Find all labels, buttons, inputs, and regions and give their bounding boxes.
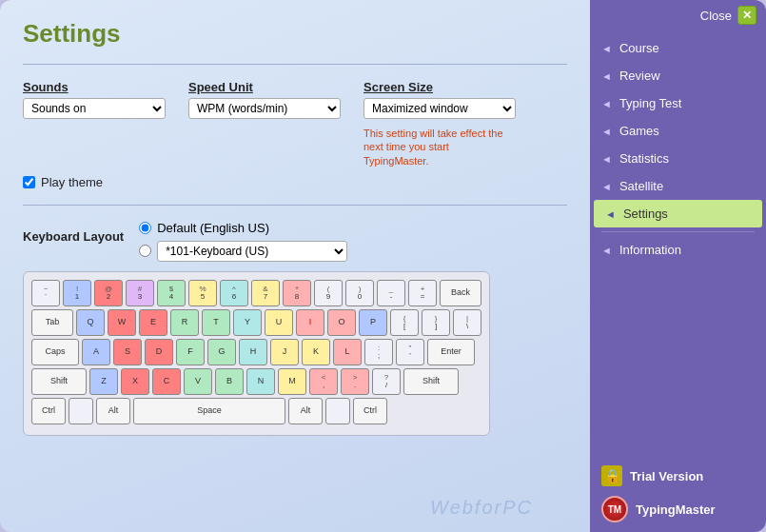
key-f[interactable]: F	[176, 339, 205, 365]
key-0[interactable]: )0	[345, 280, 374, 306]
key-i[interactable]: I	[296, 309, 324, 336]
typingmaster-logo: TM	[601, 496, 628, 522]
play-theme-row: Play theme	[23, 175, 567, 189]
key-p[interactable]: P	[359, 309, 387, 336]
keyboard-layout-label: Keyboard Layout	[23, 229, 124, 244]
screen-size-label: Screen Size	[363, 80, 516, 94]
key-x[interactable]: X	[121, 368, 149, 395]
key-row-1: ~` !1 @2 #3 $4 %5 ^6 &7 *8 (9 )0 _- += B…	[31, 280, 481, 306]
sidebar-item-label: Statistics	[619, 151, 669, 166]
key-e[interactable]: E	[139, 309, 167, 336]
key-n[interactable]: N	[246, 368, 275, 395]
sidebar-item-review[interactable]: ◄ Review	[590, 62, 766, 89]
key-3[interactable]: #3	[126, 280, 154, 306]
radio-101[interactable]	[139, 245, 151, 257]
sidebar-item-statistics[interactable]: ◄ Statistics	[590, 145, 766, 172]
key-ctrl-right[interactable]: Ctrl	[353, 398, 387, 424]
key-win-left[interactable]	[69, 398, 93, 424]
key-v[interactable]: V	[184, 368, 212, 395]
screen-size-note: This setting will take effect the next t…	[363, 127, 511, 167]
key-z[interactable]: Z	[89, 368, 118, 395]
key-row-5: Ctrl Alt Space Alt Ctrl	[31, 398, 481, 424]
key-equals[interactable]: +=	[408, 280, 437, 306]
key-d[interactable]: D	[145, 339, 173, 365]
key-l[interactable]: L	[333, 339, 362, 365]
screen-size-select[interactable]: Maximized window Full screen Normal wind…	[363, 98, 516, 119]
play-theme-checkbox[interactable]	[23, 176, 35, 188]
key-backspace[interactable]: Back	[440, 280, 481, 306]
key-b[interactable]: B	[215, 368, 244, 395]
sidebar-item-label: Review	[619, 69, 660, 83]
key-row-2: Tab Q W E R T Y U I O P {[ }] |\	[31, 309, 481, 336]
key-lbracket[interactable]: {[	[390, 309, 419, 336]
key-shift-left[interactable]: Shift	[31, 368, 87, 395]
key-rbracket[interactable]: }]	[422, 309, 450, 336]
key-y[interactable]: Y	[233, 309, 262, 336]
key-c[interactable]: C	[152, 368, 181, 395]
key-ctrl-left[interactable]: Ctrl	[31, 398, 66, 424]
key-q[interactable]: Q	[76, 309, 105, 336]
sidebar-bottom: 🔒 Trial Version TM TypingMaster	[590, 456, 766, 532]
key-tilde[interactable]: ~`	[31, 280, 60, 306]
speed-unit-select[interactable]: WPM (words/min) CPM (chars/min) KPH (key…	[188, 98, 341, 119]
key-w[interactable]: W	[108, 309, 136, 336]
key-s[interactable]: S	[113, 339, 142, 365]
key-8[interactable]: *8	[283, 280, 311, 306]
key-row-4: Shift Z X C V B N M <, >. ?/ Shift	[31, 368, 481, 395]
key-t[interactable]: T	[202, 309, 230, 336]
key-k[interactable]: K	[302, 339, 330, 365]
close-button[interactable]: ✕	[737, 6, 756, 25]
radio-default[interactable]	[139, 222, 151, 234]
key-m[interactable]: M	[278, 368, 306, 395]
key-alt-left[interactable]: Alt	[96, 398, 130, 424]
key-backslash[interactable]: |\	[453, 309, 481, 336]
key-r[interactable]: R	[170, 309, 199, 336]
key-period[interactable]: >.	[341, 368, 369, 395]
key-tab[interactable]: Tab	[31, 309, 73, 336]
keyboard-section: Keyboard Layout Default (English US) *10…	[23, 221, 567, 436]
key-2[interactable]: @2	[94, 280, 123, 306]
arrow-icon: ◄	[601, 43, 612, 54]
sidebar-item-course[interactable]: ◄ Course	[590, 34, 766, 62]
key-g[interactable]: G	[207, 339, 236, 365]
key-5[interactable]: %5	[188, 280, 217, 306]
arrow-icon: ◄	[601, 245, 612, 256]
sidebar-item-information[interactable]: ◄ Information	[590, 236, 766, 264]
key-semicolon[interactable]: :;	[364, 339, 393, 365]
key-win-right[interactable]	[325, 398, 350, 424]
key-comma[interactable]: <,	[309, 368, 338, 395]
key-shift-right[interactable]: Shift	[403, 368, 459, 395]
sidebar-item-label: Course	[619, 41, 659, 55]
sidebar-item-typing-test[interactable]: ◄ Typing Test	[590, 89, 766, 117]
key-u[interactable]: U	[265, 309, 293, 336]
key-enter[interactable]: Enter	[427, 339, 475, 365]
key-caps[interactable]: Caps	[31, 339, 79, 365]
arrow-icon: ◄	[601, 181, 612, 192]
key-o[interactable]: O	[327, 309, 356, 336]
key-6[interactable]: ^6	[220, 280, 248, 306]
sounds-select[interactable]: Sounds on Sounds off	[23, 98, 166, 119]
key-7[interactable]: &7	[251, 280, 280, 306]
key-1[interactable]: !1	[63, 280, 91, 306]
key-9[interactable]: (9	[314, 280, 343, 306]
key-h[interactable]: H	[239, 339, 267, 365]
keyboard-visual: ~` !1 @2 #3 $4 %5 ^6 &7 *8 (9 )0 _- += B…	[23, 271, 490, 436]
watermark: WebforPC	[430, 497, 533, 519]
settings-row: Sounds Sounds on Sounds off Speed Unit W…	[23, 80, 567, 167]
key-minus[interactable]: _-	[377, 280, 405, 306]
key-quote[interactable]: "'	[396, 339, 424, 365]
key-alt-right[interactable]: Alt	[288, 398, 323, 424]
key-a[interactable]: A	[82, 339, 110, 365]
play-theme-label: Play theme	[41, 175, 103, 189]
sidebar-item-settings[interactable]: ◄ Settings	[594, 200, 762, 227]
key-4[interactable]: $4	[157, 280, 186, 306]
radio-default-row: Default (English US)	[139, 221, 347, 235]
key-j[interactable]: J	[270, 339, 299, 365]
sidebar-item-label: Games	[619, 124, 659, 138]
sidebar-item-games[interactable]: ◄ Games	[590, 117, 766, 145]
sidebar-item-satellite[interactable]: ◄ Satellite	[590, 172, 766, 200]
key-space[interactable]: Space	[133, 398, 285, 424]
key-slash[interactable]: ?/	[372, 368, 401, 395]
radio-default-label: Default (English US)	[157, 221, 269, 235]
keyboard-101-select[interactable]: *101-Keyboard (US)	[157, 241, 347, 262]
